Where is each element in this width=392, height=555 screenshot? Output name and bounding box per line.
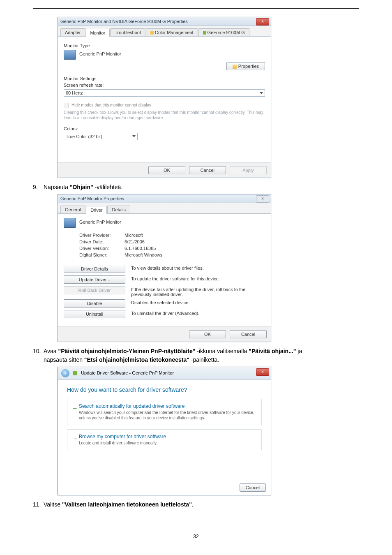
monitor-icon: [64, 218, 76, 228]
monitor-settings-label: Monitor Settings: [64, 76, 265, 81]
ok-button[interactable]: OK: [148, 166, 185, 174]
colors-label: Colors:: [64, 126, 265, 131]
close-icon[interactable]: x: [256, 195, 269, 203]
close-icon[interactable]: x: [256, 18, 269, 25]
refresh-rate-label: Screen refresh rate:: [64, 83, 265, 88]
refresh-rate-select[interactable]: 60 Hertz: [64, 89, 265, 97]
update-driver-button[interactable]: Update Driver...: [64, 275, 125, 284]
monitor-name: Generic PnP Monitor: [79, 218, 265, 224]
tab-monitor[interactable]: Monitor: [86, 29, 110, 37]
cancel-button[interactable]: Cancel: [240, 483, 266, 492]
apply-button[interactable]: Apply: [230, 166, 267, 174]
monitor-type-label: Monitor Type: [64, 43, 265, 48]
chevron-down-icon: [132, 135, 136, 137]
app-icon: [73, 371, 77, 375]
dialog-title: Generic PnP Monitor and NVIDIA GeForce 9…: [60, 19, 188, 24]
arrow-icon: →: [71, 405, 78, 412]
monitor-name: Generic PnP Monitor: [79, 50, 265, 56]
hide-modes-desc: Clearing this check box allows you to se…: [64, 110, 265, 120]
step-number: 10.: [33, 347, 44, 364]
back-icon[interactable]: [61, 369, 69, 377]
close-icon[interactable]: x: [256, 368, 269, 376]
dialog-titlebar: Generic PnP Monitor Properties x: [58, 194, 271, 203]
tab-driver[interactable]: Driver: [86, 206, 107, 214]
monitor-properties-dialog: Generic PnP Monitor and NVIDIA GeForce 9…: [58, 17, 271, 178]
arrow-icon: →: [71, 435, 78, 442]
tab-adapter[interactable]: Adapter: [60, 28, 85, 36]
cancel-button[interactable]: Cancel: [230, 330, 267, 338]
step-number: 9.: [33, 183, 44, 192]
colors-select[interactable]: True Color (32 bit): [64, 133, 138, 140]
shield-icon: [233, 65, 237, 69]
tab-color-management[interactable]: Color Management: [146, 28, 198, 36]
dialog-titlebar: Generic PnP Monitor and NVIDIA GeForce 9…: [58, 17, 271, 26]
tab-troubleshoot[interactable]: Troubleshoot: [110, 28, 145, 36]
wizard-heading: How do you want to search for driver sof…: [67, 386, 262, 393]
option-search-automatically[interactable]: → Search automatically for updated drive…: [67, 399, 262, 425]
ok-button[interactable]: OK: [189, 330, 226, 338]
page-number: 32: [33, 534, 359, 539]
driver-properties-dialog: Generic PnP Monitor Properties x General…: [58, 194, 271, 342]
step-number: 11.: [33, 500, 44, 509]
cancel-button[interactable]: Cancel: [189, 166, 226, 174]
monitor-icon: [64, 50, 76, 60]
hide-modes-label: Hide modes that this monitor cannot disp…: [71, 103, 151, 107]
properties-button[interactable]: Properties: [226, 62, 265, 70]
wizard-titlebar: Update Driver Software - Generic PnP Mon…: [58, 367, 271, 380]
option-browse-computer[interactable]: → Browse my computer for driver software…: [67, 429, 262, 450]
disable-button[interactable]: Disable: [64, 299, 125, 308]
tab-general[interactable]: General: [60, 206, 85, 213]
chevron-down-icon: [260, 92, 263, 94]
wizard-title: Update Driver Software - Generic PnP Mon…: [81, 370, 174, 375]
tab-geforce[interactable]: GeForce 9100M G: [198, 28, 249, 36]
update-driver-wizard: Update Driver Software - Generic PnP Mon…: [58, 367, 271, 495]
driver-details-button[interactable]: Driver Details: [64, 265, 125, 273]
dialog-title: Generic PnP Monitor Properties: [60, 196, 124, 201]
hide-modes-checkbox[interactable]: [64, 103, 69, 108]
tab-details[interactable]: Details: [107, 206, 130, 213]
uninstall-button[interactable]: Uninstall: [64, 310, 125, 318]
roll-back-driver-button[interactable]: Roll Back Driver: [64, 286, 125, 294]
